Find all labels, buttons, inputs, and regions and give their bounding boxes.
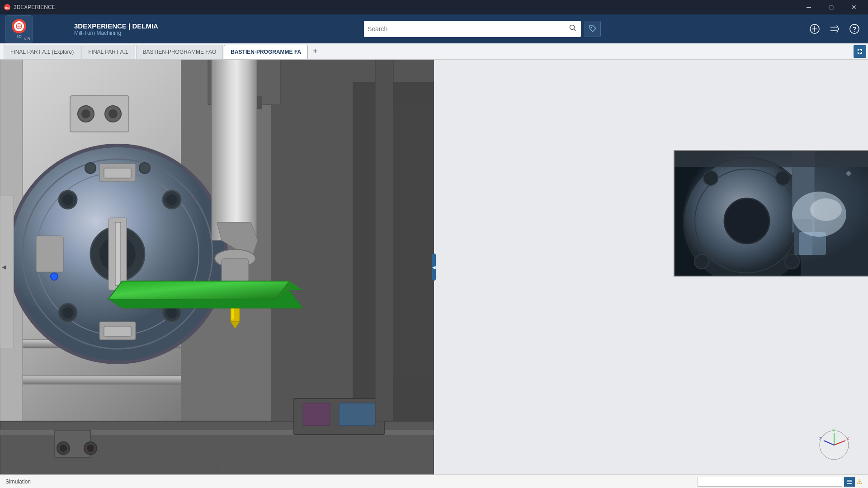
search-input[interactable] (368, 25, 566, 33)
svg-text:Y: Y (832, 429, 835, 433)
search-button[interactable] (568, 23, 577, 34)
search-icon (569, 24, 576, 32)
add-icon (810, 24, 820, 34)
3d-viewport[interactable]: ◀ ▲ (0, 60, 434, 474)
expand-icon (857, 48, 863, 55)
svg-rect-37 (115, 222, 121, 286)
simulation-label: Simulation (5, 479, 31, 485)
left-panel-arrow[interactable]: ◀ (2, 264, 6, 270)
svg-rect-64 (339, 403, 375, 426)
close-button[interactable]: ✕ (844, 0, 864, 14)
launcher-icon-inner (14, 21, 24, 31)
tag-icon (588, 24, 597, 33)
svg-point-43 (62, 307, 73, 318)
help-button[interactable] (846, 21, 863, 37)
svg-rect-32 (104, 168, 131, 178)
launcher-icon (12, 19, 26, 33)
expand-view-button[interactable] (854, 45, 866, 58)
svg-point-84 (846, 171, 851, 176)
svg-rect-34 (104, 326, 131, 336)
svg-point-45 (166, 307, 177, 318)
svg-rect-49 (212, 60, 257, 240)
svg-point-61 (87, 445, 94, 452)
svg-point-23 (81, 109, 90, 118)
gizmo-svg: X Y Z (818, 429, 850, 461)
titlebar-controls[interactable]: ─ □ ✕ (798, 0, 864, 14)
app-launcher-button[interactable]: 3D V.R (5, 15, 33, 42)
search-box[interactable] (364, 21, 581, 37)
status-input[interactable] (698, 477, 842, 487)
panel-collapse-handle[interactable]: ◀ (432, 253, 436, 281)
app-title-area: 3DEXPERIENCE | DELMIA Mill-Turn Machinin… (74, 22, 158, 36)
status-right-area: ⚠ (698, 477, 863, 487)
svg-rect-94 (847, 483, 852, 484)
warning-icon: ⚠ (857, 478, 863, 485)
share-icon (830, 24, 840, 34)
title-bar: 3DX 3DEXPERIENCE ─ □ ✕ (0, 0, 868, 14)
svg-point-3 (570, 25, 574, 30)
tab-bastien-fa-active[interactable]: BASTIEN-PROGRAMME FA (224, 45, 308, 59)
titlebar-title: 3DEXPERIENCE (14, 4, 56, 10)
tab-final-part-explore[interactable]: FINAL PART A.1 (Explore) (4, 45, 80, 59)
maximize-button[interactable]: □ (821, 0, 842, 14)
svg-point-59 (60, 445, 67, 452)
status-settings-button[interactable] (844, 477, 855, 487)
tab-final-part[interactable]: FINAL PART A.1 (81, 45, 135, 59)
svg-point-73 (724, 198, 769, 244)
svg-rect-65 (375, 60, 393, 421)
help-icon (849, 24, 859, 34)
svg-rect-35 (36, 236, 63, 272)
svg-rect-63 (303, 403, 330, 426)
svg-point-82 (694, 254, 709, 269)
add-button[interactable] (807, 21, 823, 37)
svg-point-77 (810, 198, 842, 221)
svg-point-80 (703, 171, 718, 185)
titlebar-left: 3DX 3DEXPERIENCE (4, 4, 56, 11)
search-area (164, 21, 801, 37)
main-content: ◀ ▲ (0, 60, 868, 474)
svg-point-10 (854, 31, 855, 32)
svg-point-9 (850, 24, 859, 33)
svg-text:X: X (846, 436, 849, 441)
svg-rect-79 (675, 151, 868, 167)
app-subtitle: Mill-Turn Machining (74, 30, 158, 36)
settings-icon (846, 479, 853, 485)
svg-point-39 (62, 194, 73, 205)
svg-text:Z: Z (819, 436, 822, 441)
svg-rect-78 (799, 232, 826, 255)
svg-text:3DX: 3DX (5, 6, 10, 9)
svg-point-83 (785, 254, 799, 269)
navigation-gizmo: X Y Z (818, 429, 845, 456)
machine-scene-svg (0, 60, 434, 474)
compass-icon (15, 23, 23, 30)
tab-bastien-fao[interactable]: BASTIEN-PROGRAMME FAO (136, 45, 223, 59)
camera-view-svg (675, 151, 868, 277)
app-logo-small: 3DX (4, 4, 11, 11)
svg-point-47 (139, 163, 150, 174)
status-bar: Simulation ⚠ (0, 474, 868, 488)
tab-bar: FINAL PART A.1 (Explore) FINAL PART A.1 … (0, 43, 868, 60)
app-header: 3D V.R 3DEXPERIENCE | DELMIA Mill-Turn M… (0, 14, 868, 43)
svg-rect-67 (0, 195, 14, 349)
right-panel: X Y Z (434, 60, 868, 474)
share-button[interactable] (826, 21, 843, 37)
svg-point-5 (590, 27, 592, 28)
svg-point-48 (51, 273, 58, 280)
logo-area: 3D V.R (5, 15, 69, 42)
version-badge: V.R (24, 37, 30, 41)
svg-point-25 (108, 109, 118, 118)
svg-point-46 (85, 163, 96, 174)
version-indicators: 3D (16, 34, 22, 39)
svg-rect-93 (847, 481, 852, 482)
camera-preview (674, 150, 868, 277)
svg-point-81 (776, 171, 790, 185)
header-actions (807, 21, 863, 37)
add-tab-button[interactable]: + (309, 45, 321, 58)
tag-button[interactable] (585, 21, 601, 37)
svg-rect-66 (393, 105, 434, 376)
app-name: 3DEXPERIENCE | DELMIA (74, 22, 158, 30)
viewport-expand-button[interactable]: ▲ (213, 465, 221, 473)
minimize-button[interactable]: ─ (798, 0, 819, 14)
svg-point-41 (166, 194, 177, 205)
svg-rect-92 (847, 480, 852, 481)
